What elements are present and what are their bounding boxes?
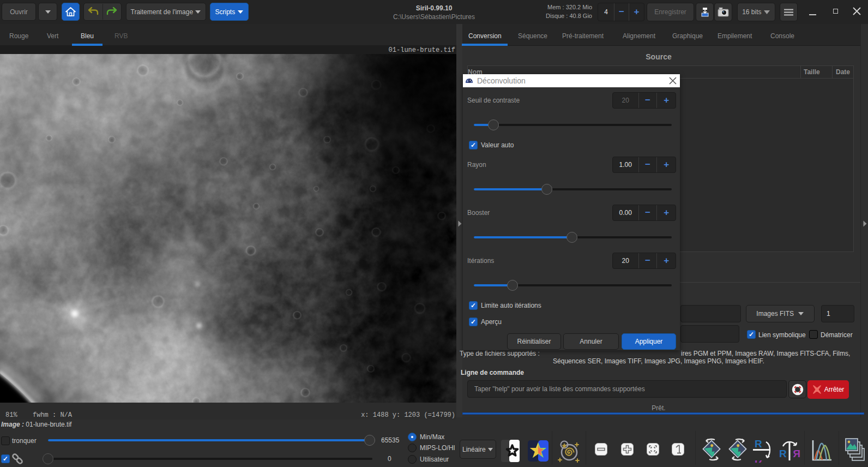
svg-text:R: R [779, 448, 787, 459]
svg-text:R: R [793, 448, 800, 459]
svg-text:R: R [755, 438, 762, 450]
svg-text:R: R [755, 458, 762, 463]
